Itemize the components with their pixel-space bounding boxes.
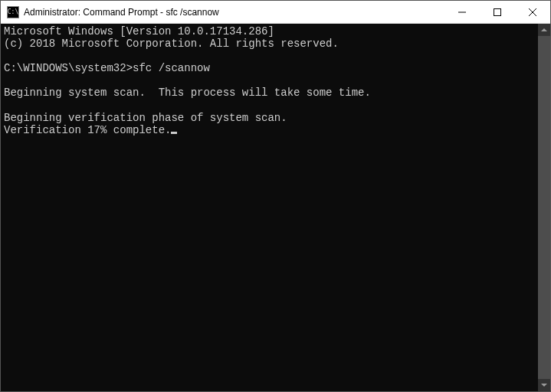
terminal-output[interactable]: Microsoft Windows [Version 10.0.17134.28… [1,24,538,391]
titlebar[interactable]: C:\ Administrator: Command Prompt - sfc … [1,1,550,24]
window-title: Administrator: Command Prompt - sfc /sca… [24,7,444,18]
output-line: Beginning system scan. This process will… [4,87,535,99]
scroll-track[interactable] [538,36,550,379]
app-icon: C:\ [7,6,19,18]
minimize-icon [458,8,466,16]
close-icon [529,8,536,16]
output-blank [4,74,535,87]
svg-rect-1 [494,8,501,15]
output-line: Microsoft Windows [Version 10.0.17134.28… [4,25,535,38]
app-icon-text: C:\ [8,9,18,15]
command-text: sfc /scannow [133,62,210,74]
close-button[interactable] [515,1,550,23]
chevron-down-icon [541,382,547,388]
output-blank [4,50,535,62]
scroll-thumb[interactable] [538,36,550,379]
prompt-text: C:\WINDOWS\system32> [4,62,133,74]
maximize-icon [494,8,501,16]
terminal-area: Microsoft Windows [Version 10.0.17134.28… [1,24,550,391]
output-line: (c) 2018 Microsoft Corporation. All righ… [4,38,535,50]
scroll-down-button[interactable] [538,379,550,391]
scroll-up-button[interactable] [538,24,550,36]
window-controls [444,1,550,23]
minimize-button[interactable] [444,1,480,23]
chevron-up-icon [541,27,547,33]
output-line: Verification 17% complete. [4,124,535,136]
command-prompt-window: C:\ Administrator: Command Prompt - sfc … [0,0,551,392]
prompt-line: C:\WINDOWS\system32>sfc /scannow [4,62,535,74]
maximize-button[interactable] [480,1,515,23]
output-line: Beginning verification phase of system s… [4,112,535,124]
cursor [171,132,177,134]
progress-text: Verification 17% complete. [4,124,171,136]
output-blank [4,100,535,112]
vertical-scrollbar[interactable] [538,24,550,391]
